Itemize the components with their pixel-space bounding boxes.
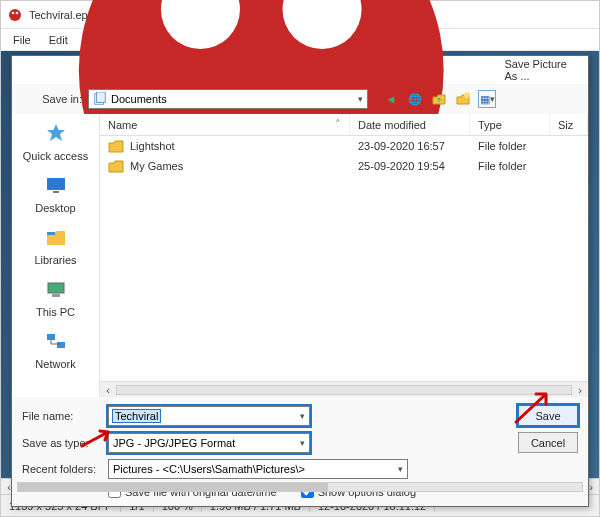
place-label: Libraries: [34, 254, 76, 266]
dialog-title: Save Picture As ...: [504, 58, 582, 82]
chevron-down-icon: ▾: [300, 411, 305, 421]
svg-rect-13: [52, 294, 60, 297]
place-label: Quick access: [23, 150, 88, 162]
list-item[interactable]: My Games 25-09-2020 19:54 File folder: [100, 156, 588, 176]
pc-icon: [40, 276, 72, 304]
recent-combo[interactable]: Pictures - <C:\Users\Samath\Pictures\> ▾: [108, 459, 408, 479]
svg-rect-7: [97, 92, 106, 103]
filename-label: File name:: [22, 410, 100, 422]
svg-rect-12: [48, 283, 64, 293]
save-in-row: Save in: Documents ▾ ◄ 🌐: [12, 84, 588, 114]
svg-rect-15: [57, 342, 65, 348]
main-window: Techviral.eps - IrfanView File Edit Imag…: [0, 0, 600, 517]
chevron-down-icon: ▾: [490, 94, 495, 104]
file-date: 25-09-2020 19:54: [350, 158, 470, 174]
svg-rect-9: [47, 178, 65, 190]
libraries-icon: [40, 224, 72, 252]
svg-rect-11: [47, 232, 55, 235]
file-name: My Games: [130, 160, 183, 172]
column-type[interactable]: Type: [470, 114, 550, 135]
svg-point-1: [12, 11, 15, 14]
dialog-titlebar: Save Picture As ...: [12, 56, 588, 84]
scroll-thumb[interactable]: [18, 483, 328, 491]
chevron-down-icon: ▾: [398, 464, 403, 474]
network-icon: [40, 328, 72, 356]
file-list-header: Name˄ Date modified Type Siz: [100, 114, 588, 136]
up-one-level-icon[interactable]: [430, 90, 448, 108]
place-this-pc[interactable]: This PC: [18, 276, 94, 318]
folder-icon: [108, 139, 124, 153]
save-in-toolbar: ◄ 🌐 ▦▾: [382, 90, 496, 108]
save-in-combo[interactable]: Documents ▾: [88, 89, 368, 109]
dialog-body: Quick access Desktop Libraries This PC: [12, 114, 588, 397]
savetype-combo[interactable]: JPG - JPG/JPEG Format ▾: [108, 433, 310, 453]
list-item[interactable]: Lightshot 23-09-2020 16:57 File folder: [100, 136, 588, 156]
view-menu-icon[interactable]: ▦▾: [478, 90, 496, 108]
place-label: This PC: [36, 306, 75, 318]
column-date[interactable]: Date modified: [350, 114, 470, 135]
save-in-value: Documents: [111, 93, 167, 105]
svg-point-8: [464, 92, 470, 98]
place-desktop[interactable]: Desktop: [18, 172, 94, 214]
chevron-down-icon: ▾: [358, 94, 363, 104]
savetype-label: Save as type:: [22, 437, 100, 449]
back-icon[interactable]: ◄: [382, 90, 400, 108]
scroll-right-icon[interactable]: ›: [572, 384, 588, 396]
column-size[interactable]: Siz: [550, 114, 588, 135]
desktop-icon: [40, 172, 72, 200]
filename-value: Techviral: [113, 410, 160, 422]
recent-label: Recent folders:: [22, 463, 100, 475]
places-bar: Quick access Desktop Libraries This PC: [12, 114, 100, 397]
folder-icon: [108, 159, 124, 173]
place-label: Network: [35, 358, 75, 370]
scroll-track[interactable]: [116, 385, 572, 395]
place-network[interactable]: Network: [18, 328, 94, 370]
file-type: File folder: [470, 138, 550, 154]
file-list: Name˄ Date modified Type Siz Lightshot 2…: [100, 114, 588, 397]
save-in-label: Save in:: [20, 93, 82, 105]
save-button[interactable]: Save: [518, 405, 578, 426]
grid-icon: ▦: [480, 93, 490, 106]
place-label: Desktop: [35, 202, 75, 214]
recent-value: Pictures - <C:\Users\Samath\Pictures\>: [113, 463, 305, 475]
place-libraries[interactable]: Libraries: [18, 224, 94, 266]
save-as-dialog: Save Picture As ... Save in: Documents ▾…: [11, 55, 589, 507]
star-icon: [40, 120, 72, 148]
scroll-left-icon[interactable]: ‹: [100, 384, 116, 396]
svg-rect-10: [53, 191, 59, 193]
new-folder-icon[interactable]: [454, 90, 472, 108]
documents-icon: [93, 92, 107, 106]
cancel-button[interactable]: Cancel: [518, 432, 578, 453]
recent-icon[interactable]: 🌐: [406, 90, 424, 108]
file-type: File folder: [470, 158, 550, 174]
file-list-hscroll[interactable]: ‹ ›: [100, 381, 588, 397]
scroll-track[interactable]: [17, 482, 583, 492]
file-name: Lightshot: [130, 140, 175, 152]
svg-rect-14: [47, 334, 55, 340]
filename-input[interactable]: Techviral ▾: [108, 406, 310, 426]
sort-indicator-icon: ˄: [335, 118, 341, 131]
place-quick-access[interactable]: Quick access: [18, 120, 94, 162]
savetype-value: JPG - JPG/JPEG Format: [113, 437, 235, 449]
client-area: Save Picture As ... Save in: Documents ▾…: [1, 51, 599, 478]
file-date: 23-09-2020 16:57: [350, 138, 470, 154]
column-name[interactable]: Name˄: [100, 114, 350, 135]
chevron-down-icon: ▾: [300, 438, 305, 448]
